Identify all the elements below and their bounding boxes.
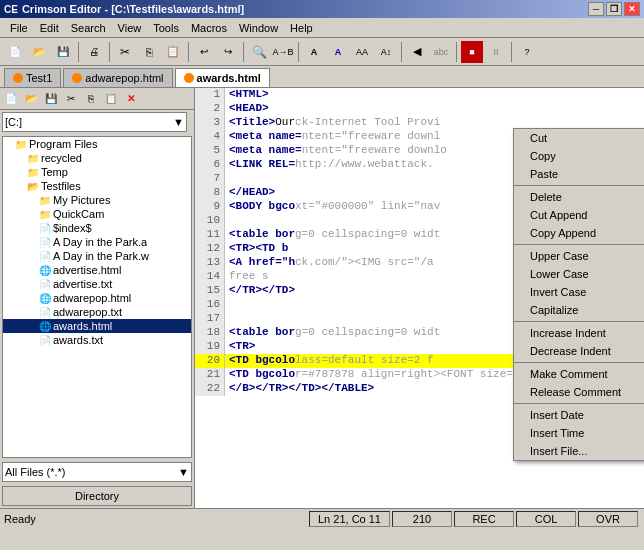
ctx-cut-append[interactable]: Cut Append <box>514 206 644 224</box>
tree-item-advertise-txt[interactable]: 📄 advertise.txt <box>3 277 191 291</box>
close-button[interactable]: ✕ <box>624 2 640 16</box>
menu-search[interactable]: Search <box>65 20 112 36</box>
tab-adwarepop[interactable]: adwarepop.html <box>63 68 172 87</box>
html-icon: 🌐 <box>39 265 51 276</box>
left-tb-copy[interactable]: ⎘ <box>82 90 100 108</box>
directory-button[interactable]: Directory <box>2 486 192 506</box>
tab-test1[interactable]: Test1 <box>4 68 61 87</box>
minimize-button[interactable]: ─ <box>588 2 604 16</box>
ctx-cut-label: Cut <box>530 132 547 144</box>
folder-icon: 📁 <box>27 153 39 164</box>
ctx-upper-case-label: Upper Case <box>530 250 589 262</box>
tree-item-my-pictures[interactable]: 📁 My Pictures <box>3 193 191 207</box>
folder-icon: 📁 <box>39 195 51 206</box>
toolbar-sep-8 <box>511 42 512 62</box>
ctx-sep-4 <box>514 362 644 363</box>
tree-item-advertise-html[interactable]: 🌐 advertise.html <box>3 263 191 277</box>
left-tb-delete[interactable]: ✕ <box>122 90 140 108</box>
ctx-capitalize[interactable]: Capitalize <box>514 301 644 319</box>
ctx-paste[interactable]: Paste <box>514 165 644 183</box>
copy-button[interactable]: ⎘ <box>138 41 160 63</box>
tab-label-test1: Test1 <box>26 72 52 84</box>
ctx-release-comment[interactable]: Release Comment <box>514 383 644 401</box>
find-button[interactable]: 🔍 <box>248 41 270 63</box>
menu-macros[interactable]: Macros <box>185 20 233 36</box>
tb-btn-12[interactable]: ■ <box>461 41 483 63</box>
left-tb-cut[interactable]: ✂ <box>62 90 80 108</box>
ctx-decrease-indent[interactable]: Decrease Indent <box>514 342 644 360</box>
tree-item-adaypark-w[interactable]: 📄 A Day in the Park.w <box>3 249 191 263</box>
ctx-insert-time[interactable]: Insert Time <box>514 424 644 442</box>
ctx-upper-case[interactable]: Upper Case <box>514 247 644 265</box>
tree-item-testfiles[interactable]: 📂 Testfiles <box>3 179 191 193</box>
ctx-lower-case[interactable]: Lower Case <box>514 265 644 283</box>
folder-icon: 📁 <box>39 209 51 220</box>
directory-label: Directory <box>75 490 119 502</box>
file-icon: 📄 <box>39 223 51 234</box>
menu-view[interactable]: View <box>112 20 148 36</box>
tb-btn-10[interactable]: ◀ <box>406 41 428 63</box>
tree-item-adwarepop-txt[interactable]: 📄 adwarepop.txt <box>3 305 191 319</box>
tab-label-adwarepop: adwarepop.html <box>85 72 163 84</box>
tree-item-adaypark-a[interactable]: 📄 A Day in the Park.a <box>3 235 191 249</box>
ctx-cut[interactable]: Cut <box>514 129 644 147</box>
tree-item-awards-txt[interactable]: 📄 awards.txt <box>3 333 191 347</box>
tree-item-temp[interactable]: 📁 Temp <box>3 165 191 179</box>
file-icon: 📄 <box>39 335 51 346</box>
ctx-make-comment[interactable]: Make Comment <box>514 365 644 383</box>
tb-btn-7[interactable]: A <box>327 41 349 63</box>
tree-item-awards-html[interactable]: 🌐 awards.html <box>3 319 191 333</box>
ctx-copy-append-label: Copy Append <box>530 227 596 239</box>
menu-window[interactable]: Window <box>233 20 284 36</box>
replace-button[interactable]: A→B <box>272 41 294 63</box>
save-button[interactable]: 💾 <box>52 41 74 63</box>
tb-btn-11[interactable]: abc <box>430 41 452 63</box>
status-bar: Ready Ln 21, Co 11 210 REC COL OVR <box>0 508 644 528</box>
undo-button[interactable]: ↩ <box>193 41 215 63</box>
tb-btn-14[interactable]: ? <box>516 41 538 63</box>
ctx-capitalize-label: Capitalize <box>530 304 578 316</box>
menu-tools[interactable]: Tools <box>147 20 185 36</box>
tree-item-program-files[interactable]: 📁 Program Files <box>3 137 191 151</box>
tb-btn-13[interactable]: II <box>485 41 507 63</box>
tab-awards[interactable]: awards.html <box>175 68 270 87</box>
ctx-make-comment-label: Make Comment <box>530 368 608 380</box>
redo-button[interactable]: ↪ <box>217 41 239 63</box>
open-button[interactable]: 📂 <box>28 41 50 63</box>
tree-item-index[interactable]: 📄 $index$ <box>3 221 191 235</box>
ctx-copy[interactable]: Copy <box>514 147 644 165</box>
file-tree[interactable]: 📁 Program Files 📁 recycled 📁 Temp 📂 Test… <box>2 136 192 458</box>
cut-button[interactable]: ✂ <box>114 41 136 63</box>
title-bar: CE Crimson Editor - [C:\Testfiles\awards… <box>0 0 644 18</box>
ctx-invert-case-label: Invert Case <box>530 286 586 298</box>
tree-item-recycled[interactable]: 📁 recycled <box>3 151 191 165</box>
tb-btn-9[interactable]: A↕ <box>375 41 397 63</box>
ctx-delete[interactable]: Delete <box>514 188 644 206</box>
file-icon: 📄 <box>39 279 51 290</box>
menu-edit[interactable]: Edit <box>34 20 65 36</box>
tab-label-awards: awards.html <box>197 72 261 84</box>
menu-file[interactable]: File <box>4 20 34 36</box>
left-tb-open[interactable]: 📂 <box>22 90 40 108</box>
tab-icon-adwarepop <box>72 73 82 83</box>
ctx-invert-case[interactable]: Invert Case <box>514 283 644 301</box>
print-button[interactable]: 🖨 <box>83 41 105 63</box>
left-tb-new[interactable]: 📄 <box>2 90 20 108</box>
paste-button[interactable]: 📋 <box>162 41 184 63</box>
new-button[interactable]: 📄 <box>4 41 26 63</box>
ctx-insert-file[interactable]: Insert File... <box>514 442 644 460</box>
tree-item-adwarepop-html[interactable]: 🌐 adwarepop.html <box>3 291 191 305</box>
ctx-copy-append[interactable]: Copy Append <box>514 224 644 242</box>
tb-btn-6[interactable]: A <box>303 41 325 63</box>
tb-btn-8[interactable]: AA <box>351 41 373 63</box>
drive-select[interactable]: [C:] ▼ <box>2 112 187 132</box>
ctx-insert-date[interactable]: Insert Date <box>514 406 644 424</box>
file-filter[interactable]: All Files (*.*) ▼ <box>2 462 192 482</box>
menu-help[interactable]: Help <box>284 20 319 36</box>
left-tb-paste[interactable]: 📋 <box>102 90 120 108</box>
toolbar-sep-4 <box>243 42 244 62</box>
left-tb-save[interactable]: 💾 <box>42 90 60 108</box>
tree-item-quickcam[interactable]: 📁 QuickCam <box>3 207 191 221</box>
ctx-increase-indent[interactable]: Increase Indent <box>514 324 644 342</box>
restore-button[interactable]: ❐ <box>606 2 622 16</box>
